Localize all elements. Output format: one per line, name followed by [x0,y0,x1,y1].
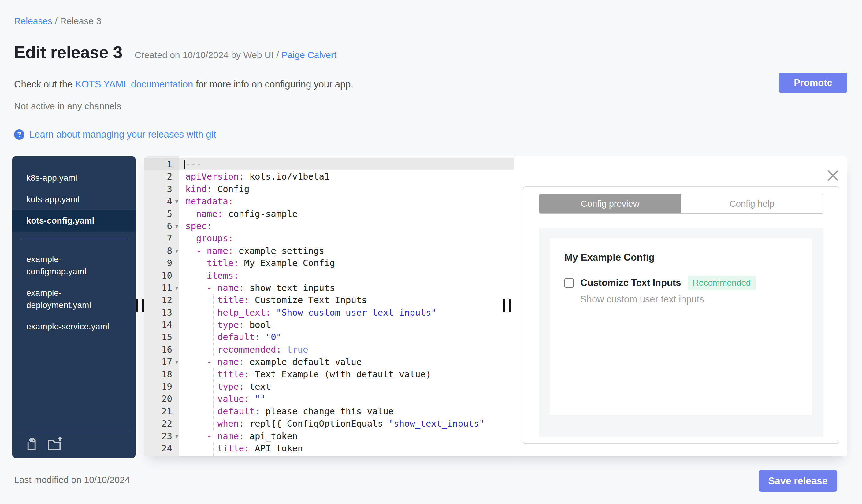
tab-config-help[interactable]: Config help [681,194,823,213]
code-line-6[interactable]: spec: [179,220,514,232]
gutter-line-9[interactable]: 9 [144,257,179,269]
code-line-3[interactable]: kind: Config [179,183,514,195]
gutter-line-17[interactable]: 17▼ [144,356,179,368]
gutter-line-7[interactable]: 7 [144,232,179,244]
gutter-line-25[interactable]: 25 [144,454,179,456]
sidebar-resize-handle[interactable] [136,299,144,312]
indent-guide [213,393,213,405]
file-list-divider [20,239,128,239]
channels-note: Not active in any channels [14,101,121,111]
gutter-line-13[interactable]: 13 [144,306,179,319]
fold-arrow-icon[interactable]: ▼ [175,430,178,442]
gutter-line-2[interactable]: 2 [144,170,179,183]
fold-arrow-icon[interactable]: ▼ [175,220,178,232]
file-item-kots-app-yaml[interactable]: kots-app.yaml [12,189,135,210]
add-file-icon[interactable] [26,437,40,451]
gutter-line-15[interactable]: 15 [144,331,179,343]
git-releases-link[interactable]: Learn about managing your releases with … [29,129,216,140]
gutter-line-14[interactable]: 14 [144,319,179,331]
preview-tabs: Config previewConfig help [539,194,823,214]
code-line-25[interactable]: type: password [179,454,514,456]
fold-arrow-icon[interactable]: ▼ [175,195,178,207]
code-line-11[interactable]: - name: show_text_inputs [179,282,514,294]
code-line-2[interactable]: apiVersion: kots.io/v1beta1 [179,170,514,183]
gutter-line-11[interactable]: 11▼ [144,282,179,294]
fold-arrow-icon[interactable]: ▼ [175,282,178,294]
code-line-23[interactable]: - name: api_token [179,430,514,442]
fold-arrow-icon[interactable]: ▼ [175,356,178,368]
fold-arrow-icon[interactable]: ▼ [175,245,178,257]
gutter-line-22[interactable]: 22 [144,417,179,430]
editor-resize-handle[interactable] [503,299,511,312]
gutter-line-1[interactable]: 1 [144,158,179,170]
save-release-button[interactable]: Save release [759,470,837,492]
breadcrumb: Releases / Release 3 [14,16,101,26]
code-line-16[interactable]: recommended: true [179,343,514,356]
editor-gutter: 1234▼56▼78▼91011▼121314151617▼1819202122… [144,156,179,456]
gutter-line-3[interactable]: 3 [144,183,179,195]
gutter-line-5[interactable]: 5 [144,208,179,220]
indent-guide [213,343,213,356]
question-icon: ? [14,129,25,140]
code-line-8[interactable]: - name: example_settings [179,245,514,257]
gutter-line-6[interactable]: 6▼ [144,220,179,232]
code-line-13[interactable]: help_text: "Show custom user text inputs… [179,306,514,319]
code-line-1[interactable]: --- [179,158,514,170]
code-line-12[interactable]: title: Customize Text Inputs [179,294,514,306]
title-row: Edit release 3 Created on 10/10/2024 by … [14,42,337,62]
indent-guide [213,442,213,454]
code-line-15[interactable]: default: "0" [179,331,514,343]
gutter-line-23[interactable]: 23▼ [144,430,179,442]
editor-preview-card: 1234▼56▼78▼91011▼121314151617▼1819202122… [144,156,847,456]
gutter-line-16[interactable]: 16 [144,343,179,356]
doc-line: Check out the KOTS YAML documentation fo… [14,79,353,90]
code-line-22[interactable]: when: repl{{ ConfigOptionEquals "show_te… [179,417,514,430]
last-modified: Last modified on 10/10/2024 [14,475,130,485]
tab-config-preview[interactable]: Config preview [539,194,681,213]
add-folder-icon[interactable] [47,437,62,451]
editor-code-pane[interactable]: ---apiVersion: kots.io/v1beta1kind: Conf… [179,156,514,456]
gutter-line-8[interactable]: 8▼ [144,245,179,257]
config-card: My Example Config Customize Text Inputs … [550,238,812,415]
recommended-badge: Recommended [688,276,756,290]
promote-button[interactable]: Promote [779,73,847,93]
config-group-title: My Example Config [564,252,655,263]
gutter-line-10[interactable]: 10 [144,269,179,282]
file-item-example-configmap-yaml[interactable]: example-configmap.yaml [12,249,135,282]
indent-guide [213,306,213,319]
gutter-line-21[interactable]: 21 [144,405,179,417]
release-meta-text: Created on 10/10/2024 by Web UI / [134,50,282,60]
file-item-k8s-app-yaml[interactable]: k8s-app.yaml [12,167,135,189]
indent-guide [213,417,213,430]
gutter-line-20[interactable]: 20 [144,393,179,405]
code-line-24[interactable]: title: API token [179,442,514,454]
code-line-20[interactable]: value: "" [179,393,514,405]
gutter-line-19[interactable]: 19 [144,381,179,393]
code-line-17[interactable]: - name: example_default_value [179,356,514,368]
code-line-9[interactable]: title: My Example Config [179,257,514,269]
code-line-14[interactable]: type: bool [179,319,514,331]
gutter-line-12[interactable]: 12 [144,294,179,306]
file-item-example-deployment-yaml[interactable]: example-deployment.yaml [12,282,135,316]
kots-yaml-doc-link[interactable]: KOTS YAML documentation [75,79,193,90]
gutter-line-18[interactable]: 18 [144,368,179,381]
page-title: Edit release 3 [14,42,122,62]
code-line-5[interactable]: name: config-sample [179,208,514,220]
file-item-example-service-yaml[interactable]: example-service.yaml [12,316,135,337]
code-line-18[interactable]: title: Text Example (with default value) [179,368,514,381]
breadcrumb-releases-link[interactable]: Releases [14,16,52,26]
yaml-editor[interactable]: 1234▼56▼78▼91011▼121314151617▼1819202122… [144,156,514,456]
config-checkbox[interactable] [564,278,574,288]
code-line-21[interactable]: default: please change this value [179,405,514,417]
author-link[interactable]: Paige Calvert [282,50,337,60]
code-line-10[interactable]: items: [179,269,514,282]
file-item-kots-config-yaml[interactable]: kots-config.yaml [12,210,135,231]
code-line-19[interactable]: type: text [179,381,514,393]
code-line-7[interactable]: groups: [179,232,514,244]
text-cursor [184,160,185,169]
code-line-4[interactable]: metadata: [179,195,514,207]
release-meta: Created on 10/10/2024 by Web UI / Paige … [134,50,337,60]
close-icon[interactable] [826,169,840,183]
gutter-line-4[interactable]: 4▼ [144,195,179,207]
gutter-line-24[interactable]: 24 [144,442,179,454]
